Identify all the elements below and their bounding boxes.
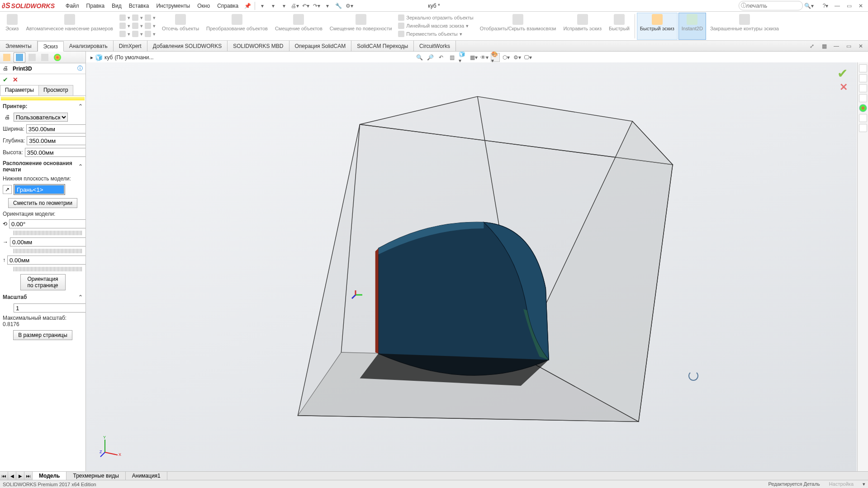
subtab-preview[interactable]: Просмотр [38, 85, 73, 95]
face-select-icon[interactable]: ↗ [3, 185, 12, 194]
scale-input[interactable] [14, 303, 85, 313]
menu-view[interactable]: Вид [108, 1, 125, 10]
section-printer[interactable]: Принтер:⌃ [0, 101, 85, 111]
zoom-fit-icon[interactable]: 🔍 [415, 53, 424, 62]
face-selection-box[interactable] [14, 184, 65, 195]
task-appearances-icon[interactable] [859, 114, 867, 122]
task-custom-icon[interactable] [859, 124, 867, 132]
section-view-icon[interactable]: ▥ [447, 53, 456, 62]
tab-model[interactable]: Модель [33, 472, 66, 480]
breadcrumb[interactable]: ▸ 🧊 куб (По умолчани... [90, 54, 154, 61]
menu-file[interactable]: Файл [62, 1, 83, 10]
doc-minimize-icon[interactable]: — [832, 42, 840, 50]
tab-addins[interactable]: Добавления SOLIDWORKS [147, 41, 228, 51]
rect-tool[interactable]: ▾ ▾ ▾ [118, 22, 157, 30]
rotate-gizmo-icon[interactable] [688, 371, 698, 381]
help-dropdown-icon[interactable]: ?▾ [821, 2, 830, 10]
ribbon-offset-surface[interactable]: Смещение по поверхности [327, 13, 395, 40]
property-manager-icon[interactable] [14, 52, 25, 62]
panel-help-icon[interactable]: ⓘ [77, 65, 83, 72]
minimize-icon[interactable]: — [833, 2, 841, 10]
expand-icon[interactable]: ⤢ [808, 42, 816, 50]
tab-solidcam-transitions[interactable]: SolidCAM Переходы [351, 41, 414, 51]
open-icon[interactable]: ▾ [269, 2, 277, 10]
printer-select[interactable]: Пользовательский прин [14, 113, 68, 122]
fit-to-page-button[interactable]: В размер страницы [13, 330, 72, 340]
menu-edit[interactable]: Правка [83, 1, 109, 10]
tab-evaluate[interactable]: Анализировать [64, 41, 114, 51]
view-settings-icon[interactable]: ⚙▾ [512, 53, 522, 62]
ribbon-offset[interactable]: Смещение объектов [272, 13, 326, 40]
task-explorer-icon[interactable] [859, 94, 867, 102]
offset-by-geometry-button[interactable]: Сместить по геометрии [8, 198, 77, 208]
tab-first-icon[interactable]: ⏮ [0, 472, 8, 480]
search-icon[interactable]: 🔍▾ [804, 3, 814, 9]
ribbon-rapid-sketch[interactable]: Быстрый эскиз [637, 13, 678, 40]
prev-view-icon[interactable]: ↶ [436, 53, 446, 62]
tab-last-icon[interactable]: ⏭ [24, 472, 33, 480]
maximize-icon[interactable]: ▭ [845, 2, 853, 10]
ribbon-repair[interactable]: Исправить эскиз [560, 13, 605, 40]
section-scale[interactable]: Масштаб⌃ [0, 292, 85, 302]
options-icon[interactable]: ⚙▾ [345, 2, 353, 10]
tab-next-icon[interactable]: ▶ [16, 472, 24, 480]
ribbon-convert[interactable]: Преобразование объектов [203, 13, 271, 40]
feature-tree-icon[interactable] [1, 52, 13, 62]
ribbon-instant2d[interactable]: Instant2D [678, 13, 706, 40]
edit-appearance-icon[interactable]: 🎨▾ [491, 53, 500, 62]
move-tool[interactable]: Переместить объекты▾ [396, 30, 475, 38]
dx-slider[interactable] [14, 249, 83, 253]
render-icon[interactable]: 🖵▾ [523, 53, 532, 62]
dx-input[interactable] [10, 237, 85, 246]
select-icon[interactable]: ▾ [323, 2, 332, 10]
tab-mbd[interactable]: SOLIDWORKS MBD [228, 41, 289, 51]
config-manager-icon[interactable] [26, 52, 38, 62]
ribbon-smart-dimension[interactable]: Автоматическое нанесение размеров [23, 13, 116, 40]
tab-prev-icon[interactable]: ◀ [8, 472, 16, 480]
confirm-corner-cancel-icon[interactable]: ✕ [840, 81, 848, 93]
ribbon-sketch[interactable]: Эскиз [2, 13, 22, 40]
ribbon-shaded[interactable]: Закрашенные контуры эскиза [707, 13, 782, 40]
menu-help[interactable]: Справка [213, 1, 242, 10]
doc-restore-icon[interactable]: ▭ [844, 42, 853, 50]
new-icon[interactable]: ▾ [258, 2, 266, 10]
task-library-icon[interactable] [859, 84, 867, 92]
orientation-page-button[interactable]: Ориентация по странице [20, 274, 66, 290]
menu-window[interactable]: Окно [194, 1, 213, 10]
dy-input[interactable] [7, 256, 85, 265]
height-input[interactable] [25, 148, 85, 157]
tab-animation[interactable]: Анимация1 [126, 472, 167, 480]
ribbon-relations[interactable]: Отобразить/Скрыть взаимосвязи [477, 13, 560, 40]
close-icon[interactable]: ✕ [857, 2, 865, 10]
task-view-palette-icon[interactable] [859, 104, 867, 112]
view-orientation-icon[interactable]: 🧊▾ [458, 53, 467, 62]
undo-icon[interactable]: ↶▾ [302, 2, 310, 10]
menu-tools[interactable]: Инструменты [152, 1, 194, 10]
status-custom[interactable]: Настройка [829, 481, 854, 487]
hide-show-icon[interactable]: 👁▾ [480, 53, 489, 62]
save-icon[interactable]: ▾ [280, 2, 288, 10]
face-selection-input[interactable] [14, 185, 64, 194]
graphics-viewport[interactable]: ✔ ✕ Y X Z [86, 62, 857, 471]
angle-slider[interactable] [14, 231, 83, 235]
confirm-corner-ok-icon[interactable]: ✔ [837, 66, 848, 81]
display-manager-icon[interactable] [52, 52, 63, 62]
line-tool[interactable]: ▾ ▾ ▾ [118, 14, 157, 22]
menu-insert[interactable]: Вставка [125, 1, 153, 10]
width-input[interactable] [26, 124, 85, 133]
ribbon-trim[interactable]: Отсечь объекты [159, 13, 202, 40]
cancel-button[interactable]: ✕ [13, 76, 18, 83]
search-input[interactable] [746, 2, 801, 9]
linear-tool[interactable]: Линейный массив эскиза▾ [396, 22, 475, 30]
pin-icon[interactable]: 📌 [243, 2, 251, 10]
tab-3dviews[interactable]: Трехмерные виды [66, 472, 125, 480]
tab-features[interactable]: Элементы [0, 41, 38, 51]
dy-slider[interactable] [14, 267, 83, 271]
print-icon[interactable]: 🖨▾ [291, 2, 299, 10]
doc-close-icon[interactable]: ✕ [857, 42, 865, 50]
tab-solidcam-op[interactable]: Операция SolidCAM [289, 41, 352, 51]
depth-input[interactable] [27, 136, 85, 145]
tile-icon[interactable]: ▦ [820, 42, 828, 50]
display-style-icon[interactable]: ▦▾ [469, 53, 478, 62]
zoom-area-icon[interactable]: 🔎 [426, 53, 435, 62]
